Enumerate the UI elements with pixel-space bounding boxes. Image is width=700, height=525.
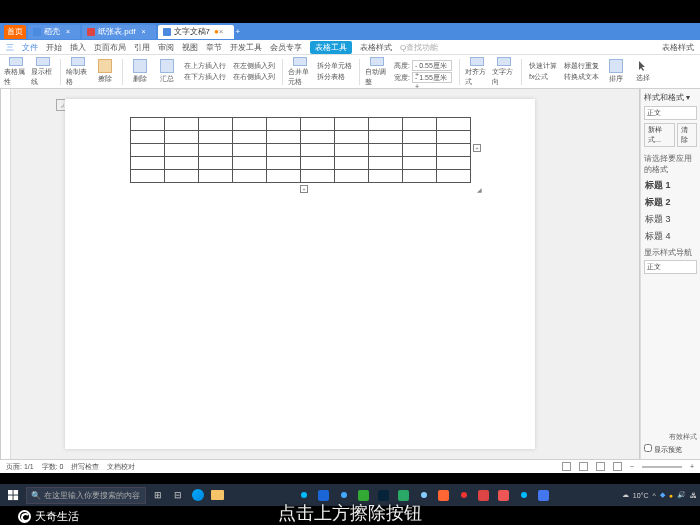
document-table[interactable] xyxy=(130,117,471,183)
app-icon[interactable] xyxy=(355,487,372,504)
explorer-icon[interactable] xyxy=(209,487,226,504)
auto-adjust-button[interactable]: 自动调整 xyxy=(365,57,389,87)
merge-cells-button[interactable]: 合并单元格 xyxy=(288,57,312,87)
table-props-button[interactable]: 表格属性 xyxy=(4,57,28,87)
start-button[interactable] xyxy=(3,486,23,504)
menu-file[interactable]: 文件 xyxy=(22,42,38,53)
width-field[interactable]: - 1.55厘米 + xyxy=(412,72,452,83)
doc-proof-status[interactable]: 文档校对 xyxy=(107,462,135,472)
split-cells[interactable]: 拆分单元格 xyxy=(317,61,352,71)
convert-text[interactable]: 转换成文本 xyxy=(564,72,599,82)
cortana-icon[interactable]: ⊟ xyxy=(169,487,186,504)
document-page[interactable]: + + ◢ xyxy=(65,99,535,449)
style-nav-box[interactable]: 正文 xyxy=(644,260,697,274)
close-icon[interactable]: × xyxy=(219,27,224,36)
view-mode-1[interactable] xyxy=(562,462,571,471)
style-heading-1[interactable]: 标题 1 xyxy=(644,177,697,194)
tray-icon[interactable]: ◆ xyxy=(660,491,665,499)
menu-start[interactable]: 开始 xyxy=(46,42,62,53)
close-icon[interactable]: × xyxy=(66,28,70,35)
system-tray[interactable]: ☁ 10°C ^ ◆ ● 🔊 🖧 xyxy=(622,491,697,499)
menu-layout[interactable]: 页面布局 xyxy=(94,42,126,53)
menu-review[interactable]: 审阅 xyxy=(158,42,174,53)
formula[interactable]: fx公式 xyxy=(529,72,557,82)
repeat-header[interactable]: 标题行重复 xyxy=(564,61,599,71)
style-heading-2[interactable]: 标题 2 xyxy=(644,194,697,211)
menu-search[interactable]: Q查找功能 xyxy=(400,42,438,53)
insert-row-below[interactable]: 在下方插入行 xyxy=(184,72,226,82)
menu-view[interactable]: 视图 xyxy=(182,42,198,53)
sort-button[interactable]: 排序 xyxy=(604,57,628,87)
app-icon[interactable] xyxy=(375,487,392,504)
table-resize-handle[interactable]: ◢ xyxy=(475,185,483,193)
menu-ref[interactable]: 引用 xyxy=(134,42,150,53)
menu-insert[interactable]: 插入 xyxy=(70,42,86,53)
task-view-icon[interactable]: ⊞ xyxy=(149,487,166,504)
spellcheck-status[interactable]: 拼写检查 xyxy=(71,462,99,472)
menu-section[interactable]: 章节 xyxy=(206,42,222,53)
network-icon[interactable]: 🖧 xyxy=(690,492,697,499)
taskbar-search[interactable]: 🔍在这里输入你要搜索的内容 xyxy=(26,487,146,504)
app-icon[interactable] xyxy=(495,487,512,504)
document-area: ↲ + + ◢ xyxy=(0,89,640,459)
windows-icon xyxy=(8,490,19,501)
tab-doc-1[interactable]: 稻壳× xyxy=(28,25,80,39)
view-mode-2[interactable] xyxy=(579,462,588,471)
height-field[interactable]: - 0.55厘米 + xyxy=(412,60,452,71)
insert-col-right[interactable]: 在右侧插入列 xyxy=(233,72,275,82)
eraser-button[interactable]: 擦除 xyxy=(93,57,117,87)
close-icon[interactable]: × xyxy=(141,28,145,35)
menu-right-style[interactable]: 表格样式 xyxy=(662,42,694,53)
app-icon[interactable] xyxy=(335,487,352,504)
panel-title[interactable]: 样式和格式 ▾ xyxy=(644,92,697,103)
view-mode-4[interactable] xyxy=(613,462,622,471)
view-mode-3[interactable] xyxy=(596,462,605,471)
app-icon[interactable] xyxy=(395,487,412,504)
menu-dev[interactable]: 开发工具 xyxy=(230,42,262,53)
align-button[interactable]: 对齐方式 xyxy=(465,57,489,87)
split-table[interactable]: 拆分表格 xyxy=(317,72,352,82)
clear-style-button[interactable]: 清除 xyxy=(677,123,697,147)
tab-doc-active[interactable]: 文字文稿7●× xyxy=(158,25,234,39)
menu-hamburger[interactable]: 三 xyxy=(6,42,14,53)
tab-home[interactable]: 首页 xyxy=(4,25,26,39)
current-style-box: 正文 xyxy=(644,106,697,120)
app-icon[interactable] xyxy=(515,487,532,504)
delete-button[interactable]: 删除 xyxy=(128,57,152,87)
style-heading-3[interactable]: 标题 3 xyxy=(644,211,697,228)
summary-button[interactable]: 汇总 xyxy=(155,57,179,87)
text-dir-button[interactable]: 文字方向 xyxy=(492,57,516,87)
chevron-up-icon[interactable]: ^ xyxy=(652,492,655,499)
zoom-out[interactable]: − xyxy=(630,463,634,470)
insert-col-left[interactable]: 在左侧插入列 xyxy=(233,61,275,71)
tray-icon[interactable]: ● xyxy=(669,492,673,499)
app-icon[interactable] xyxy=(315,487,332,504)
menu-vip[interactable]: 会员专享 xyxy=(270,42,302,53)
app-icon[interactable] xyxy=(455,487,472,504)
app-icon[interactable] xyxy=(295,487,312,504)
preview-checkbox[interactable] xyxy=(644,444,652,452)
select-button[interactable]: 选择 xyxy=(631,57,655,87)
draw-table-button[interactable]: 绘制表格 xyxy=(66,57,90,87)
app-icon[interactable] xyxy=(435,487,452,504)
tab-doc-2[interactable]: 纸张表.pdf× xyxy=(82,25,155,39)
edge-icon[interactable] xyxy=(189,487,206,504)
app-icon[interactable] xyxy=(415,487,432,504)
app-icon[interactable] xyxy=(535,487,552,504)
fast-calc[interactable]: 快速计算 xyxy=(529,61,557,71)
style-heading-4[interactable]: 标题 4 xyxy=(644,228,697,245)
table-handle-right[interactable]: + xyxy=(473,144,481,152)
zoom-slider[interactable] xyxy=(642,466,682,468)
app-icon[interactable] xyxy=(475,487,492,504)
show-border-button[interactable]: 显示框线 xyxy=(31,57,55,87)
preview-label: 显示预览 xyxy=(654,446,682,453)
insert-row-above[interactable]: 在上方插入行 xyxy=(184,61,226,71)
volume-icon[interactable]: 🔊 xyxy=(677,491,686,499)
menu-table-style[interactable]: 表格样式 xyxy=(360,42,392,53)
tab-new[interactable]: + xyxy=(236,25,248,39)
panel-subheader: 请选择要应用的格式 xyxy=(644,153,697,175)
menu-table-tools[interactable]: 表格工具 xyxy=(310,41,352,54)
new-style-button[interactable]: 新样式... xyxy=(644,123,675,147)
table-handle-bottom[interactable]: + xyxy=(300,185,308,193)
zoom-in[interactable]: + xyxy=(690,463,694,470)
